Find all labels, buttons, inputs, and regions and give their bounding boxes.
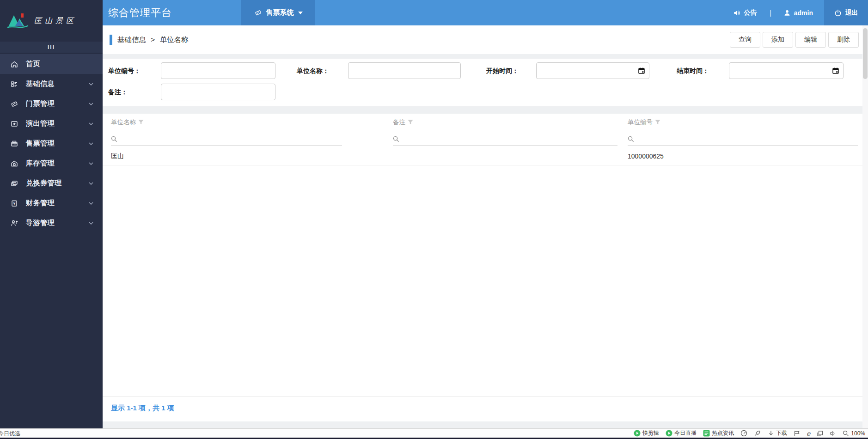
ticket-icon [254,9,262,17]
user-menu[interactable]: admin [783,9,813,17]
table-header-row: 单位名称 备注 单位编号 [103,114,862,131]
calendar-icon[interactable] [832,67,839,74]
breadcrumb-bar: 基础信息 > 单位名称 查询 添加 编辑 删除 [103,25,862,54]
sidebar-item-voucher-mgmt[interactable]: $ 兑换券管理 [0,173,103,193]
filter-funnel-icon[interactable] [655,120,660,125]
sidebar-item-home[interactable]: 首页 [0,54,103,74]
breadcrumb-page: 单位名称 [160,36,189,43]
unit-code-input[interactable] [161,62,275,79]
breadcrumb: 基础信息 > 单位名称 [117,35,191,45]
window-restore-icon[interactable] [817,430,823,437]
table-filter-row [103,131,862,147]
page-title: 综合管理平台 [108,6,172,20]
sidebar-item-basic-info[interactable]: 基础信息 [0,74,103,94]
sidebar-item-label: 库存管理 [26,159,55,168]
tab-ticket-system[interactable]: 售票系统 [241,0,315,25]
warehouse-icon [10,159,18,168]
sidebar-item-finance-mgmt[interactable]: ¥ 财务管理 [0,193,103,213]
main-content: 基础信息 > 单位名称 查询 添加 编辑 删除 单位编号： 单位名称： 开始时间… [103,25,862,428]
sidebar-item-performance-mgmt[interactable]: 演出管理 [0,114,103,134]
header-divider: | [770,9,771,17]
logo-text: 匡山景区 [34,16,77,26]
today-live-button[interactable]: 今日直播 [666,429,697,437]
data-table: 单位名称 备注 单位编号 [103,114,862,421]
guide-icon [10,219,18,227]
sidebar-item-label: 导游管理 [26,219,55,227]
chevron-down-icon [89,103,93,105]
chevron-down-icon [89,222,93,225]
quick-clip-button[interactable]: 快剪辑 [634,429,659,437]
sidebar-item-label: 售票管理 [26,139,55,148]
search-icon [628,136,634,142]
play-badge-icon [634,430,641,437]
zoom-level: 100% [851,430,865,437]
remark-column-filter [393,133,617,146]
zoom-search-icon [843,430,849,437]
ticket-icon [10,100,18,108]
end-time-input[interactable] [729,62,844,79]
announcement-button[interactable]: 公告 [733,9,757,17]
username: admin [794,9,813,17]
hot-news-button[interactable]: 热点资讯 [703,429,734,437]
end-time-field [729,62,844,79]
scrollbar-track[interactable] [862,25,868,428]
sidebar-item-label: 演出管理 [26,119,55,128]
edit-button[interactable]: 编辑 [795,32,826,48]
table-row[interactable]: 匡山 1000000625 [103,147,862,165]
delete-button[interactable]: 删除 [828,32,859,48]
end-time-label: 结束时间： [677,62,709,79]
logout-button[interactable]: 退出 [824,0,868,25]
rocket-icon[interactable] [754,430,761,437]
volume-icon[interactable] [830,430,836,437]
sidebar: 匡山景区 III 首页 基础信息 门票 [0,0,103,428]
add-button[interactable]: 添加 [763,32,793,48]
search-icon [393,136,399,142]
chevron-down-icon [89,142,93,145]
unit-name-filter-input[interactable] [117,135,342,142]
unit-code-filter-input[interactable] [634,135,858,142]
filter-funnel-icon[interactable] [138,120,144,125]
pos-icon [10,140,18,148]
remark-label: 备注： [108,84,128,100]
column-header-unit-code: 单位编号 [628,118,862,127]
unit-name-column-filter [111,133,342,146]
flag-icon[interactable] [794,430,800,437]
sidebar-collapse-toggle[interactable]: III [0,42,103,53]
screen: 匡山景区 III 首页 基础信息 门票 [0,0,868,439]
unit-name-label: 单位名称： [297,62,329,79]
remark-filter-input[interactable] [399,135,617,142]
calendar-icon[interactable] [638,67,645,74]
caret-down-icon [298,12,303,14]
sidebar-item-ticket-mgmt[interactable]: 门票管理 [0,94,103,114]
sidebar-item-label: 兑换券管理 [26,179,62,188]
unit-name-input[interactable] [348,62,461,79]
page-zoom-control[interactable]: 100% [843,430,865,437]
ie-compat-icon[interactable]: e [807,430,810,437]
column-header-remark: 备注 [393,118,628,127]
sidebar-item-label: 基础信息 [26,79,55,88]
chevron-down-icon [89,162,93,165]
chevron-down-icon [89,202,93,205]
speed-icon[interactable] [740,430,747,437]
download-button[interactable]: 下载 [768,429,787,437]
table-footer: 显示 1-1 项，共 1 项 [103,396,862,421]
breadcrumb-accent [110,35,112,45]
remark-input[interactable] [161,84,275,100]
speaker-icon [733,9,740,17]
top-header: 综合管理平台 售票系统 公告 | admin 退出 [103,0,868,25]
statusbar-right: 快剪辑 今日直播 热点资讯 下载 e 100% [634,429,868,437]
query-button[interactable]: 查询 [730,32,760,48]
download-icon [768,430,774,437]
scrollbar-thumb[interactable] [863,28,868,79]
sidebar-item-inventory-mgmt[interactable]: 库存管理 [0,153,103,173]
filter-funnel-icon[interactable] [408,120,413,125]
sidebar-item-guide-mgmt[interactable]: 导游管理 [0,213,103,233]
sidebar-item-label: 首页 [26,60,40,68]
breadcrumb-section: 基础信息 [117,36,146,43]
sidebar-item-label: 门票管理 [26,99,55,108]
column-header-unit-name: 单位名称 [111,118,393,127]
start-time-input[interactable] [536,62,649,79]
list-icon [10,80,18,88]
sidebar-item-ticket-sales-mgmt[interactable]: 售票管理 [0,134,103,153]
sidebar-menu: 首页 基础信息 门票管理 演出管理 [0,54,103,233]
